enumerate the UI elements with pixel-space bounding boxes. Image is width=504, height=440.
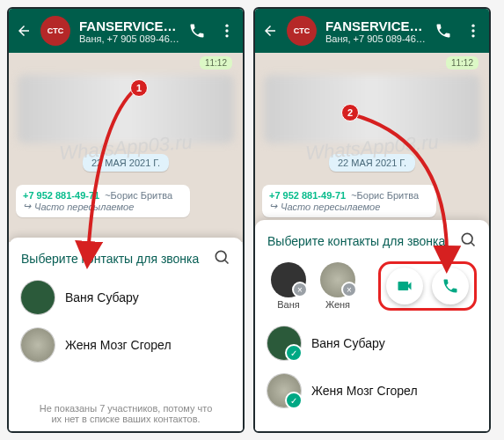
svg-point-1 [225,29,228,32]
forwarded-message[interactable]: +7 952 881-49-71 ~Борис Бритва ↪ Часто п… [262,185,436,217]
annotation-badge-1: 1 [130,79,148,97]
contact-name: Женя Мозг Сгорел [311,384,418,398]
selected-contacts-row: × Ваня × Женя [255,256,489,319]
contact-avatar: ✓ [267,326,301,360]
group-avatar[interactable]: СТС [287,16,317,46]
message-time: 11:12 [200,56,232,70]
message-time: 11:12 [446,56,478,70]
annotation-badge-2: 2 [341,104,359,121]
svg-line-9 [471,243,475,246]
sender-name: ~Борис Бритва [351,190,419,201]
contact-row[interactable]: Ваня Субару [9,274,243,321]
back-icon[interactable] [16,23,32,39]
back-icon[interactable] [262,23,278,39]
search-icon[interactable] [459,231,477,251]
date-chip: 22 МАЯ 2021 Г. [329,154,415,172]
check-icon: ✓ [285,392,303,409]
more-icon[interactable] [218,22,236,40]
sender-name: ~Борис Бритва [105,190,172,201]
video-call-button[interactable] [386,268,423,304]
svg-line-4 [225,260,229,264]
call-buttons-highlight [378,261,477,311]
remove-chip-icon[interactable]: × [341,282,357,297]
contact-name: Ваня Субару [311,336,385,350]
group-avatar[interactable]: СТС [40,16,70,46]
selected-contact-chip[interactable]: × Ваня [267,262,310,310]
blurred-message [264,75,480,143]
svg-point-8 [462,233,472,244]
contact-name: Женя Мозг Сгорел [65,338,172,352]
chat-subtitle: Ваня, +7 905 089-46-64, +... [325,33,426,44]
forward-caption: Часто пересылаемое [34,202,134,212]
sender-phone: +7 952 881-49-71 [23,190,99,201]
chat-area[interactable]: 11:12 22 МАЯ 2021 Г. +7 952 881-49-71 ~Б… [9,53,243,242]
voice-call-button[interactable] [432,268,469,304]
contact-short-name: Женя [317,299,359,310]
contact-avatar: ✓ [267,374,301,407]
sheet-footer: Не показаны 7 участников, потому что их … [9,396,243,431]
call-contacts-sheet: Выберите контакты для звонка Ваня Субару… [9,238,243,431]
svg-point-5 [471,25,474,27]
phone-screenshot-left: СТС FANSERVICE TOMSK Ваня, +7 905 089-46… [7,7,245,433]
chat-area[interactable]: 11:12 22 МАЯ 2021 Г. +7 952 881-49-71 ~Б… [255,53,489,242]
contact-avatar [21,328,55,362]
sheet-title: Выберите контакты для звонка [21,252,199,266]
contact-row[interactable]: ✓ Ваня Субару [255,319,489,367]
chat-header: СТС FANSERVICE TOMSK Ваня, +7 905 089-46… [9,9,243,53]
svg-point-2 [225,34,228,37]
call-contacts-sheet: Выберите контакты для звонка × Ваня × Же… [255,220,489,431]
voice-call-icon[interactable] [435,22,452,40]
blurred-message [18,75,234,143]
contact-name: Ваня Субару [65,290,139,304]
chat-header: СТС FANSERVICE TOMSK Ваня, +7 905 089-46… [255,9,489,53]
svg-point-7 [471,34,474,37]
chat-title: FANSERVICE TOMSK [79,18,179,33]
remove-chip-icon[interactable]: × [292,282,308,297]
date-chip: 22 МАЯ 2021 Г. [83,154,169,172]
svg-point-6 [471,29,474,32]
svg-point-3 [215,251,226,261]
header-text[interactable]: FANSERVICE TOMSK Ваня, +7 905 089-46-64,… [79,18,179,44]
sender-phone: +7 952 881-49-71 [269,190,346,201]
svg-point-0 [225,25,228,27]
selected-contact-chip[interactable]: × Женя [317,262,359,310]
voice-call-icon[interactable] [188,22,206,40]
phone-screenshot-right: СТС FANSERVICE TOMSK Ваня, +7 905 089-46… [253,7,491,433]
more-icon[interactable] [464,22,482,40]
forward-icon: ↪ [23,201,31,212]
forward-icon: ↪ [269,201,277,212]
contact-short-name: Ваня [267,299,310,310]
contacts-list: Ваня Субару Женя Мозг Сгорел [9,274,243,396]
contact-row[interactable]: ✓ Женя Мозг Сгорел [255,367,489,414]
contact-avatar [21,281,55,314]
contacts-list: ✓ Ваня Субару ✓ Женя Мозг Сгорел [255,319,489,431]
forwarded-message[interactable]: +7 952 881-49-71 ~Борис Бритва ↪ Часто п… [16,185,190,217]
chat-subtitle: Ваня, +7 905 089-46-64, +... [79,33,179,44]
contact-row[interactable]: Женя Мозг Сгорел [9,321,243,369]
chat-title: FANSERVICE TOMSK [325,18,426,33]
forward-caption: Часто пересылаемое [281,202,380,212]
search-icon[interactable] [213,248,230,268]
header-text[interactable]: FANSERVICE TOMSK Ваня, +7 905 089-46-64,… [325,18,426,44]
sheet-title: Выберите контакты для звонка [267,234,445,248]
check-icon: ✓ [285,344,303,362]
